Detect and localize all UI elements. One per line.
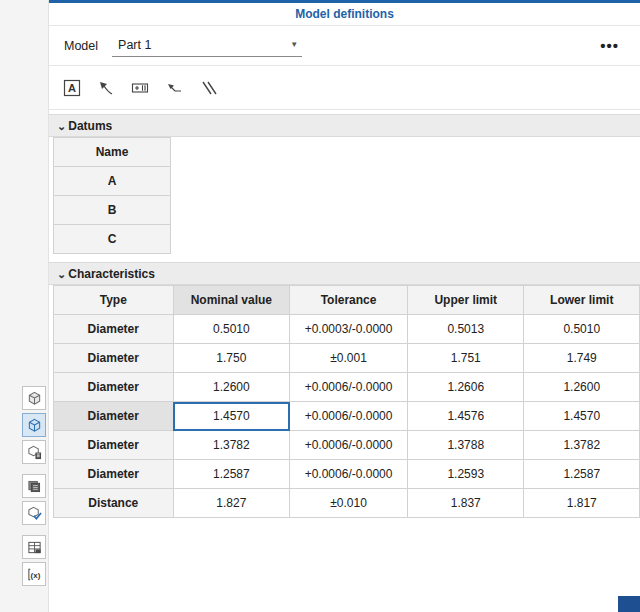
column-header[interactable]: Nominal value: [173, 286, 290, 315]
value-cell[interactable]: 0.5010: [173, 315, 290, 344]
part-check-icon[interactable]: [22, 501, 46, 525]
part-report-icon[interactable]: [22, 440, 46, 464]
chevron-down-icon: ⌄: [57, 269, 66, 279]
value-cell[interactable]: +0.0006/-0.0000: [290, 460, 408, 489]
table-row: A: [54, 167, 171, 196]
datums-section: ⌄ Datums Name ABC: [49, 114, 640, 254]
characteristics-section-label: Characteristics: [68, 267, 155, 281]
table-row: Diameter1.2600+0.0006/-0.00001.26061.260…: [54, 373, 640, 402]
characteristics-section-header[interactable]: ⌄ Characteristics: [49, 262, 640, 285]
svg-text:A: A: [68, 82, 76, 94]
model-label: Model: [64, 39, 98, 53]
window-corner-accent: [618, 596, 640, 612]
value-cell[interactable]: 1.817: [524, 489, 640, 518]
value-cell[interactable]: 1.751: [407, 344, 523, 373]
more-options-button[interactable]: •••: [594, 41, 625, 51]
table-row: Diameter1.3782+0.0006/-0.00001.37881.378…: [54, 431, 640, 460]
value-cell[interactable]: 1.4576: [407, 402, 523, 431]
value-cell[interactable]: 1.2600: [524, 373, 640, 402]
table-row: C: [54, 225, 171, 254]
value-cell[interactable]: +0.0006/-0.0000: [290, 431, 408, 460]
table-row: B: [54, 196, 171, 225]
value-cell[interactable]: 1.2593: [407, 460, 523, 489]
value-cell[interactable]: 1.2587: [173, 460, 290, 489]
value-cell[interactable]: 1.4570: [173, 402, 290, 431]
dimension-box-icon[interactable]: [127, 75, 153, 101]
value-cell[interactable]: 1.3782: [524, 431, 640, 460]
column-header[interactable]: Upper limit: [407, 286, 523, 315]
value-cell[interactable]: 1.3782: [173, 431, 290, 460]
row-label-cell[interactable]: C: [54, 225, 171, 254]
value-cell[interactable]: ±0.010: [290, 489, 408, 518]
row-label-cell[interactable]: Diameter: [54, 373, 174, 402]
side-toolbar: (x): [22, 386, 46, 586]
datums-section-label: Datums: [68, 119, 112, 133]
row-label-cell[interactable]: Diameter: [54, 460, 174, 489]
value-cell[interactable]: 0.5010: [524, 315, 640, 344]
column-header[interactable]: Type: [54, 286, 174, 315]
panel-title: Model definitions: [295, 7, 394, 21]
value-cell[interactable]: 1.827: [173, 489, 290, 518]
characteristics-table: TypeNominal valueToleranceUpper limitLow…: [53, 285, 640, 518]
model-definitions-panel: Model definitions Model Part 1 ▼ ••• A: [48, 0, 640, 612]
value-cell[interactable]: 1.2606: [407, 373, 523, 402]
value-cell[interactable]: 1.837: [407, 489, 523, 518]
row-label-cell[interactable]: Distance: [54, 489, 174, 518]
value-cell[interactable]: 0.5013: [407, 315, 523, 344]
value-cell[interactable]: 1.3788: [407, 431, 523, 460]
value-cell[interactable]: 1.750: [173, 344, 290, 373]
value-cell[interactable]: 1.2600: [173, 373, 290, 402]
value-cell[interactable]: 1.4570: [524, 402, 640, 431]
table-row: Distance1.827±0.0101.8371.817: [54, 489, 640, 518]
drawing-table-icon[interactable]: [22, 535, 46, 559]
value-cell[interactable]: 1.2587: [524, 460, 640, 489]
measurement-function-icon[interactable]: (x): [22, 562, 46, 586]
model-dropdown-value: Part 1: [118, 38, 151, 52]
datums-section-header[interactable]: ⌄ Datums: [49, 114, 640, 137]
value-cell[interactable]: +0.0006/-0.0000: [290, 402, 408, 431]
row-label-cell[interactable]: Diameter: [54, 431, 174, 460]
svg-text:(x): (x): [30, 570, 40, 579]
annotation-toolbar: A: [49, 66, 640, 110]
row-label-cell[interactable]: A: [54, 167, 171, 196]
text-annotation-icon[interactable]: A: [59, 75, 85, 101]
row-label-cell[interactable]: Diameter: [54, 402, 174, 431]
parallel-lines-icon[interactable]: [195, 75, 221, 101]
table-row: Diameter1.4570+0.0006/-0.00001.45761.457…: [54, 402, 640, 431]
datums-table: Name ABC: [53, 137, 171, 254]
value-cell[interactable]: 1.749: [524, 344, 640, 373]
row-label-cell[interactable]: Diameter: [54, 315, 174, 344]
callout-arrow-icon[interactable]: [161, 75, 187, 101]
model-dropdown[interactable]: Part 1 ▼: [112, 35, 302, 57]
datums-header-row: Name: [54, 138, 171, 167]
layers-icon[interactable]: [22, 474, 46, 498]
part-model-icon[interactable]: [22, 386, 46, 410]
table-row: Diameter0.5010+0.0003/-0.00000.50130.501…: [54, 315, 640, 344]
column-header[interactable]: Name: [54, 138, 171, 167]
row-label-cell[interactable]: Diameter: [54, 344, 174, 373]
table-row: Diameter1.750±0.0011.7511.749: [54, 344, 640, 373]
panel-title-bar: Model definitions: [49, 0, 640, 26]
leader-arrow-icon[interactable]: [93, 75, 119, 101]
value-cell[interactable]: +0.0003/-0.0000: [290, 315, 408, 344]
value-cell[interactable]: ±0.001: [290, 344, 408, 373]
column-header[interactable]: Lower limit: [524, 286, 640, 315]
chevron-down-icon: ▼: [290, 40, 298, 49]
characteristics-header-row: TypeNominal valueToleranceUpper limitLow…: [54, 286, 640, 315]
column-header[interactable]: Tolerance: [290, 286, 408, 315]
table-row: Diameter1.2587+0.0006/-0.00001.25931.258…: [54, 460, 640, 489]
value-cell[interactable]: +0.0006/-0.0000: [290, 373, 408, 402]
annotated-part-icon[interactable]: [22, 413, 46, 437]
characteristics-section: ⌄ Characteristics TypeNominal valueToler…: [49, 262, 640, 518]
model-selector-row: Model Part 1 ▼ •••: [49, 26, 640, 66]
row-label-cell[interactable]: B: [54, 196, 171, 225]
chevron-down-icon: ⌄: [57, 121, 66, 131]
